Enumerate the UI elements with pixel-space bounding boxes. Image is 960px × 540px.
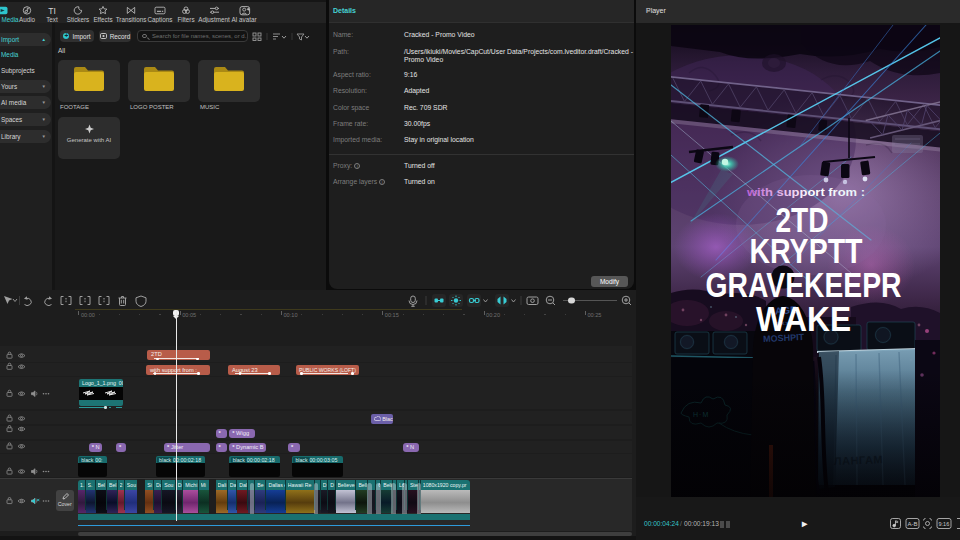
svg-text:9:16: 9:16 (939, 521, 950, 527)
svg-text:with support from :: with support from : (746, 186, 865, 198)
svg-text:WAKE: WAKE (756, 300, 851, 338)
svg-text:KRYPTT: KRYPTT (750, 232, 863, 270)
svg-text:TI: TI (48, 6, 56, 16)
svg-text:GRAVEKEEPR: GRAVEKEEPR (706, 266, 902, 304)
svg-text:A-B: A-B (908, 521, 918, 527)
